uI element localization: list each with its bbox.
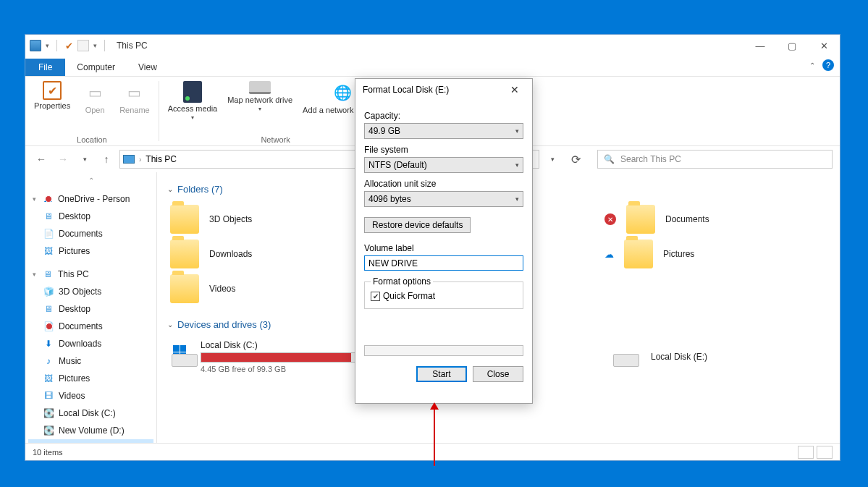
refresh-button[interactable]: ⟳ [565, 150, 586, 169]
tree-music[interactable]: ♪Music [28, 352, 153, 370]
help-icon[interactable]: ? [822, 59, 834, 71]
address-path: This PC [146, 154, 177, 164]
capacity-select[interactable]: 49.9 GB▾ [364, 123, 523, 139]
back-button[interactable]: ← [33, 151, 50, 168]
chevron-down-icon[interactable]: ⌄ [167, 185, 173, 193]
up-button[interactable]: ↑ [98, 151, 115, 168]
collapse-ribbon-icon[interactable]: ⌃ [809, 62, 815, 69]
app-icon [30, 40, 41, 51]
minimize-button[interactable]: — [744, 35, 776, 56]
ribbon-group-location: Location [77, 135, 107, 144]
format-options-label: Format options [371, 276, 433, 287]
tab-computer[interactable]: Computer [65, 59, 127, 76]
volume-label-label: Volume label [364, 243, 523, 253]
tree-desktop[interactable]: 🖥Desktop [28, 208, 153, 225]
access-media-label: Access media [168, 104, 217, 113]
item-count: 10 items [33, 448, 63, 457]
start-button[interactable]: Start [416, 366, 467, 382]
format-progress-bar [364, 345, 523, 356]
tree-pictures[interactable]: 🖼Pictures [28, 242, 153, 260]
map-drive-label: Map network drive [227, 96, 292, 104]
folder-downloads[interactable]: Downloads [167, 237, 355, 271]
window-title: This PC [117, 41, 148, 51]
close-button[interactable]: Close [473, 366, 523, 382]
ribbon-group-network: Network [261, 135, 290, 144]
drive-icon [170, 342, 190, 371]
qat-dropdown-icon[interactable]: ▾ [90, 42, 100, 49]
tree-documents2[interactable]: 📄Documents [28, 318, 153, 335]
search-input[interactable]: 🔍 Search This PC [597, 150, 833, 169]
tree-this-pc[interactable]: ▾🖥This PC [28, 266, 153, 283]
drive-c[interactable]: Local Disk (C:) 4.45 GB free of 99.3 GB [167, 337, 363, 376]
sync-error-icon [46, 323, 53, 330]
open-label: Open [85, 106, 105, 114]
dialog-close-button[interactable]: ✕ [505, 81, 525, 98]
forward-button: → [54, 151, 72, 168]
drive-icon [612, 342, 641, 371]
tree-documents[interactable]: 📄Documents [28, 225, 153, 242]
folder-icon [626, 205, 655, 234]
chevron-down-icon[interactable]: ▾ [43, 42, 52, 49]
folder-icon [624, 240, 653, 268]
drive-e-name: Local Disk (E:) [651, 352, 707, 362]
tree-scroll-up[interactable]: ⌃ [28, 177, 153, 185]
tree-videos[interactable]: 🎞Videos [28, 387, 153, 405]
folder-icon [170, 274, 199, 303]
filesystem-label: File system [364, 145, 523, 155]
allocation-select[interactable]: 4096 bytes▾ [364, 191, 523, 207]
rename-label: Rename [119, 106, 150, 114]
properties-label: Properties [34, 101, 70, 110]
map-network-drive-button[interactable]: Map network drive▾ [224, 80, 295, 122]
drive-c-free: 4.45 GB free of 99.3 GB [201, 365, 360, 373]
search-icon: 🔍 [604, 154, 615, 164]
tree-disk-d[interactable]: 💽New Volume (D:) [28, 422, 153, 439]
folder-documents[interactable]: ✕Documents [602, 202, 790, 237]
chevron-right-icon[interactable]: › [139, 156, 141, 164]
capacity-bar [201, 352, 360, 363]
drive-e[interactable]: Local Disk (E:) [609, 337, 804, 376]
properties-button[interactable]: ✔Properties [31, 80, 73, 116]
sync-error-icon [45, 195, 52, 203]
dialog-title: Format Local Disk (E:) [363, 85, 449, 95]
tree-3d-objects[interactable]: 🧊3D Objects [28, 283, 153, 300]
dialog-title-bar[interactable]: Format Local Disk (E:) ✕ [355, 79, 532, 101]
tiles-view-button[interactable] [817, 446, 833, 459]
folder-icon [170, 240, 199, 268]
new-qat-icon[interactable] [77, 40, 89, 51]
tab-view[interactable]: View [127, 59, 169, 76]
access-media-button[interactable]: Access media▾ [165, 80, 220, 122]
filesystem-select[interactable]: NTFS (Default)▾ [364, 157, 523, 173]
maximize-button[interactable]: ▢ [776, 35, 808, 56]
tree-pictures2[interactable]: 🖼Pictures [28, 370, 153, 387]
tree-disk-c[interactable]: 💽Local Disk (C:) [28, 405, 153, 422]
allocation-label: Allocation unit size [364, 179, 523, 189]
recent-dropdown[interactable]: ▾ [76, 151, 93, 168]
tree-onedrive[interactable]: ▾☁OneDrive - Person [28, 190, 153, 208]
volume-label-input[interactable] [364, 255, 523, 271]
ribbon-tabs: File Computer View ⌃ ? [25, 56, 840, 77]
folder-videos[interactable]: Videos [167, 271, 355, 306]
annotation-arrow [434, 405, 435, 466]
drive-c-name: Local Disk (C:) [201, 340, 360, 350]
navigation-tree[interactable]: ⌃ ▾☁OneDrive - Person 🖥Desktop 📄Document… [25, 172, 157, 443]
tree-desktop2[interactable]: 🖥Desktop [28, 300, 153, 318]
quick-access-toolbar: ▾ ✔ ▾ [30, 38, 108, 53]
address-dropdown[interactable]: ▾ [544, 151, 561, 168]
tree-downloads[interactable]: ⬇Downloads [28, 335, 153, 352]
tab-file[interactable]: File [25, 59, 65, 76]
folder-3d-objects[interactable]: 3D Objects [167, 202, 355, 237]
details-view-button[interactable] [798, 446, 814, 459]
rename-button: ▭Rename [117, 80, 153, 116]
title-bar[interactable]: ▾ ✔ ▾ This PC — ▢ ✕ [25, 35, 840, 56]
properties-qat-icon[interactable]: ✔ [62, 38, 76, 53]
quick-format-checkbox[interactable]: ✔ Quick Format [371, 291, 517, 301]
chevron-down-icon[interactable]: ⌄ [167, 321, 173, 329]
format-options-group: Format options ✔ Quick Format [364, 276, 523, 309]
chevron-down-icon: ▾ [515, 161, 519, 169]
restore-defaults-button[interactable]: Restore device defaults [364, 217, 471, 233]
folder-icon [170, 205, 199, 234]
close-button[interactable]: ✕ [808, 35, 840, 56]
checkbox-icon: ✔ [371, 292, 380, 301]
search-placeholder: Search This PC [620, 154, 681, 164]
folder-pictures[interactable]: ☁Pictures [602, 237, 790, 271]
